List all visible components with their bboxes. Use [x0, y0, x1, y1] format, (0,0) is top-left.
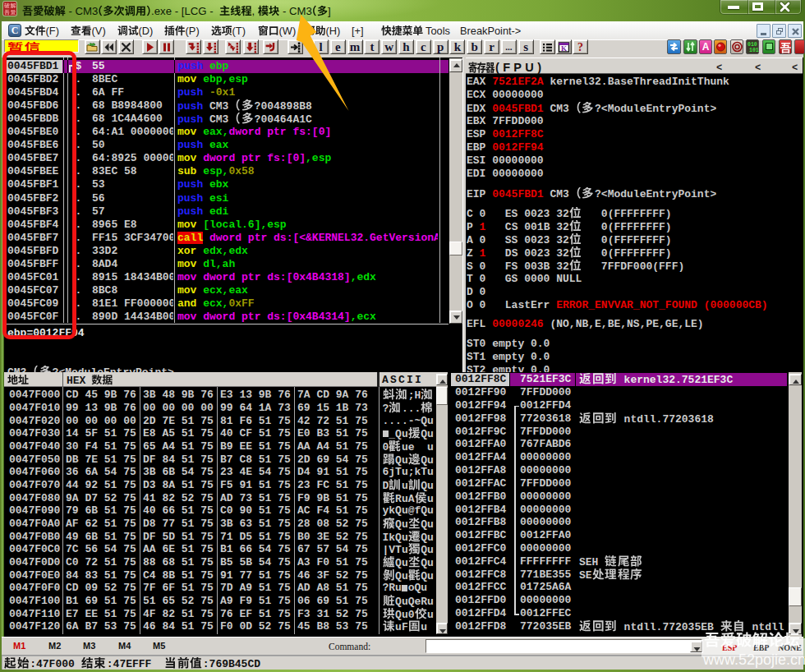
svg-text:www.52pojie.cn: www.52pojie.cn — [702, 651, 805, 668]
